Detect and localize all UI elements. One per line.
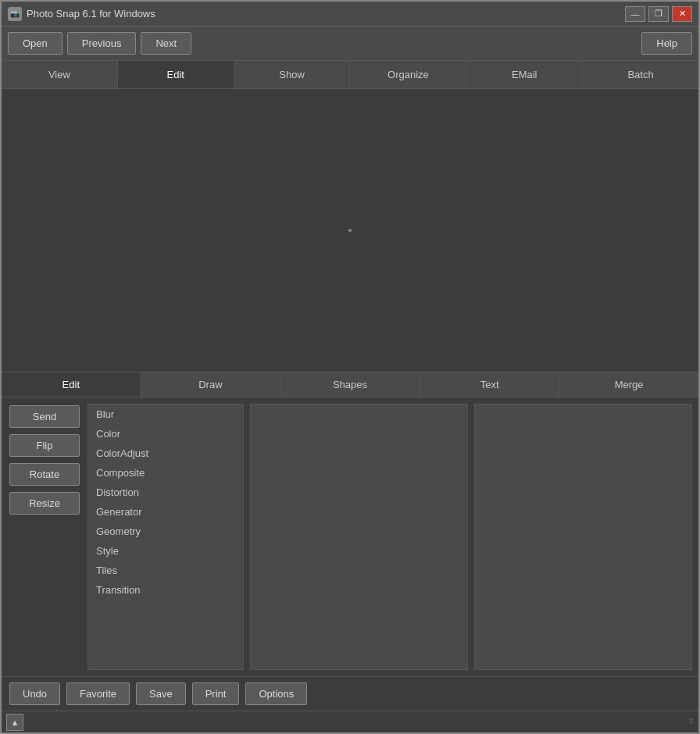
image-canvas (2, 89, 698, 372)
status-arrow-button[interactable]: ▲ (6, 714, 23, 731)
app-title: Photo Snap 6.1 for Windows (27, 8, 625, 20)
restore-button[interactable]: ❐ (648, 6, 669, 22)
filter-item-style[interactable]: Style (88, 541, 243, 561)
tab-view[interactable]: View (2, 61, 118, 88)
bottom-toolbar: Undo Favorite Save Print Options (2, 676, 698, 711)
save-button[interactable]: Save (136, 682, 186, 705)
filter-item-blur[interactable]: Blur (88, 404, 243, 424)
print-button[interactable]: Print (192, 682, 240, 705)
tab-show[interactable]: Show (234, 61, 351, 88)
sub-tab-merge[interactable]: Merge (559, 372, 698, 397)
next-button[interactable]: Next (141, 32, 191, 55)
undo-button[interactable]: Undo (9, 682, 60, 705)
filter-item-color[interactable]: Color (88, 424, 243, 444)
sub-tab-edit[interactable]: Edit (2, 372, 141, 397)
rotate-button[interactable]: Rotate (9, 463, 80, 486)
flip-button[interactable]: Flip (9, 434, 80, 457)
sub-tab-text[interactable]: Text (420, 372, 560, 397)
sub-filter-panel (250, 404, 468, 670)
filter-list[interactable]: Blur Color ColorAdjust Composite Distort… (88, 404, 244, 670)
help-button[interactable]: Help (641, 32, 692, 55)
status-bar: ▲ ⠿ (2, 711, 698, 732)
filter-item-coloradjust[interactable]: ColorAdjust (88, 444, 243, 463)
filter-item-distortion[interactable]: Distortion (88, 483, 243, 502)
edit-panel: Edit Draw Shapes Text Merge Send Flip Ro… (2, 372, 698, 676)
minimize-button[interactable]: — (625, 6, 645, 22)
resize-button[interactable]: Resize (9, 492, 80, 515)
main-tab-bar: View Edit Show Organize EMail Batch (2, 61, 698, 89)
tab-edit[interactable]: Edit (118, 61, 234, 88)
app-icon: 📷 (8, 7, 22, 21)
sub-tab-shapes[interactable]: Shapes (280, 372, 420, 397)
filter-item-generator[interactable]: Generator (88, 502, 243, 522)
toolbar-left: Open Previous Next (8, 32, 641, 55)
title-bar: 📷 Photo Snap 6.1 for Windows — ❐ ✕ (2, 2, 698, 27)
sub-tab-draw[interactable]: Draw (141, 372, 281, 397)
main-window: 📷 Photo Snap 6.1 for Windows — ❐ ✕ Open … (0, 0, 700, 734)
filter-item-transition[interactable]: Transition (88, 580, 243, 600)
side-button-panel: Send Flip Rotate Resize (2, 397, 88, 676)
toolbar: Open Previous Next Help (2, 27, 698, 61)
filter-item-tiles[interactable]: Tiles (88, 561, 243, 580)
filter-item-composite[interactable]: Composite (88, 463, 243, 483)
tab-email[interactable]: EMail (466, 61, 583, 88)
open-button[interactable]: Open (8, 32, 62, 55)
scroll-indicator (348, 229, 352, 232)
right-options-panel (474, 404, 692, 670)
resize-handle: ⠿ (688, 718, 694, 726)
edit-content: Send Flip Rotate Resize Blur Color Color… (2, 397, 698, 676)
window-controls: — ❐ ✕ (625, 6, 692, 22)
previous-button[interactable]: Previous (67, 32, 137, 55)
sub-tab-bar: Edit Draw Shapes Text Merge (2, 372, 698, 397)
favorite-button[interactable]: Favorite (66, 682, 130, 705)
filter-item-geometry[interactable]: Geometry (88, 522, 243, 541)
send-button[interactable]: Send (9, 405, 80, 428)
tab-organize[interactable]: Organize (350, 61, 466, 88)
tab-batch[interactable]: Batch (583, 61, 698, 88)
close-button[interactable]: ✕ (672, 6, 692, 22)
options-button[interactable]: Options (245, 682, 307, 705)
